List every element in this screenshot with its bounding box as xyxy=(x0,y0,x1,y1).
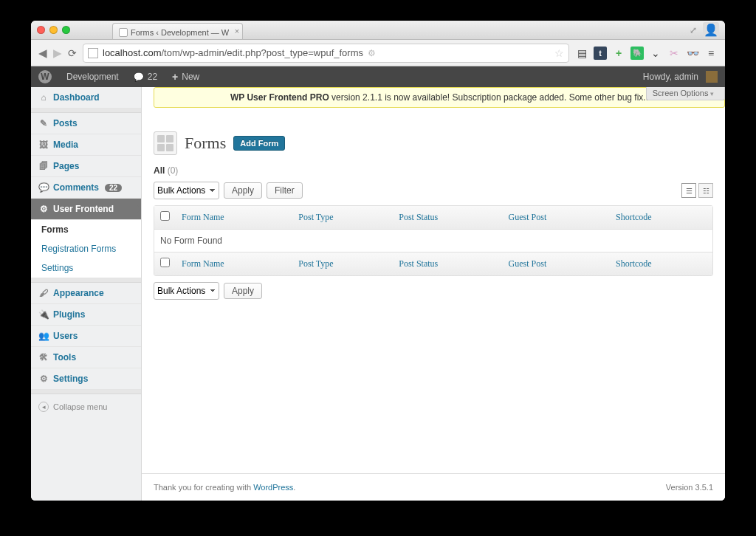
collapse-icon: ◂ xyxy=(38,402,49,412)
col-post-status[interactable]: Post Status xyxy=(393,206,502,230)
back-button[interactable]: ◀ xyxy=(38,47,47,60)
update-notice: WP User Frontend PRO version 2.1.1 is no… xyxy=(154,87,725,108)
ext-icon-evernote[interactable]: 🐘 xyxy=(630,47,644,60)
wp-footer: Thank you for creating with WordPress. V… xyxy=(142,473,725,501)
my-account-menu[interactable]: Howdy, admin xyxy=(636,71,725,83)
select-all-bottom[interactable] xyxy=(160,258,170,267)
collapse-menu[interactable]: ◂Collapse menu xyxy=(31,394,141,419)
submenu-settings[interactable]: Settings xyxy=(31,258,141,278)
page-icon xyxy=(88,48,98,58)
tab-close-icon[interactable]: × xyxy=(235,27,239,35)
window-close-button[interactable] xyxy=(37,26,45,34)
ext-icon-pocket[interactable]: ⌄ xyxy=(649,47,662,60)
ext-icon-goggles[interactable]: 👓 xyxy=(686,47,699,60)
url-text: localhost.com/tom/wp-admin/edit.php?post… xyxy=(103,47,363,58)
submenu-user-frontend: Forms Registration Forms Settings xyxy=(31,220,141,278)
avatar xyxy=(706,71,718,83)
tablenav-top: Bulk Actions Apply Filter ☰ ☷ xyxy=(154,182,713,199)
comments-badge: 22 xyxy=(105,184,122,192)
chrome-profile-icon[interactable]: 👤 xyxy=(703,22,719,38)
expand-icon[interactable]: ⤢ xyxy=(690,25,697,35)
filter-links: All (0) xyxy=(154,165,713,176)
ext-icon-1[interactable]: ▤ xyxy=(575,47,588,60)
appearance-icon: 🖌 xyxy=(38,288,49,298)
ext-icon-plus[interactable]: + xyxy=(612,47,625,60)
filter-all[interactable]: All xyxy=(154,165,165,176)
menu-pages[interactable]: 🗐Pages xyxy=(31,156,141,177)
menu-media[interactable]: 🖼Media xyxy=(31,134,141,156)
site-name-menu[interactable]: Development xyxy=(59,66,126,87)
reload-button[interactable]: ⟳ xyxy=(68,47,77,59)
menu-user-frontend[interactable]: ⚙User Frontend xyxy=(31,199,141,220)
url-action-icon[interactable]: ⚙ xyxy=(368,48,376,58)
bulk-actions-select-top[interactable]: Bulk Actions xyxy=(154,182,219,199)
col-form-name-foot[interactable]: Form Name xyxy=(176,252,292,275)
window-zoom-button[interactable] xyxy=(62,26,70,34)
add-form-button[interactable]: Add Form xyxy=(233,136,285,151)
submenu-forms[interactable]: Forms xyxy=(31,220,141,239)
settings-icon: ⚙ xyxy=(38,374,49,384)
col-guest-post-foot[interactable]: Guest Post xyxy=(503,252,610,275)
col-post-type[interactable]: Post Type xyxy=(292,206,393,230)
menu-dashboard[interactable]: ⌂Dashboard xyxy=(31,87,141,109)
menu-plugins[interactable]: 🔌Plugins xyxy=(31,304,141,326)
gear-icon: ⚙ xyxy=(38,204,49,214)
wordpress-link[interactable]: WordPress xyxy=(253,483,293,492)
chrome-menu-icon[interactable]: ≡ xyxy=(704,47,718,60)
select-all-top[interactable] xyxy=(160,211,170,221)
menu-settings[interactable]: ⚙Settings xyxy=(31,368,141,390)
browser-tab[interactable]: Forms ‹ Development — W × xyxy=(112,23,243,39)
url-bar[interactable]: localhost.com/tom/wp-admin/edit.php?post… xyxy=(83,44,569,63)
ext-icon-tumblr[interactable]: t xyxy=(594,47,607,60)
menu-users[interactable]: 👥Users xyxy=(31,326,141,347)
pin-icon: ✎ xyxy=(38,118,49,128)
ext-icon-scissors[interactable]: ✂ xyxy=(667,47,681,60)
wordpress-logo-icon: W xyxy=(38,70,52,83)
wp-logo-menu[interactable]: W xyxy=(31,66,59,87)
col-shortcode[interactable]: Shortcode xyxy=(610,206,712,230)
plugins-icon: 🔌 xyxy=(38,309,49,320)
filter-button[interactable]: Filter xyxy=(267,182,303,199)
forward-button[interactable]: ▶ xyxy=(53,47,62,60)
plus-icon xyxy=(172,71,178,83)
comments-menu[interactable]: 22 xyxy=(126,66,165,87)
col-post-type-foot[interactable]: Post Type xyxy=(292,252,393,275)
forms-heading-icon xyxy=(154,131,177,155)
browser-titlebar: Forms ‹ Development — W × ⤢ 👤 xyxy=(31,21,725,40)
col-post-status-foot[interactable]: Post Status xyxy=(393,252,502,275)
menu-tools[interactable]: 🛠Tools xyxy=(31,347,141,368)
col-guest-post[interactable]: Guest Post xyxy=(503,206,610,230)
new-content-menu[interactable]: New xyxy=(165,66,207,87)
comment-icon: 💬 xyxy=(38,182,49,193)
apply-button-top[interactable]: Apply xyxy=(224,182,262,199)
view-list-icon[interactable]: ☰ xyxy=(681,183,696,198)
apply-button-bottom[interactable]: Apply xyxy=(224,283,262,299)
wp-version: Version 3.5.1 xyxy=(666,483,713,492)
menu-posts[interactable]: ✎Posts xyxy=(31,113,141,134)
dashboard-icon: ⌂ xyxy=(38,92,49,103)
wp-content: WP User Frontend PRO version 2.1.1 is no… xyxy=(142,87,725,501)
wp-adminbar: W Development 22 New Howdy, admin xyxy=(31,66,725,87)
col-shortcode-foot[interactable]: Shortcode xyxy=(610,252,712,275)
col-form-name[interactable]: Form Name xyxy=(176,206,292,230)
page-title: Forms xyxy=(185,134,226,153)
admin-menu: ⌂Dashboard ✎Posts 🖼Media 🗐Pages 💬Comment… xyxy=(31,87,142,501)
extension-icons: ▤ t + 🐘 ⌄ ✂ 👓 ≡ xyxy=(575,47,718,60)
bookmark-star-icon[interactable]: ☆ xyxy=(554,47,564,59)
browser-window: Forms ‹ Development — W × ⤢ 👤 ◀ ▶ ⟳ loca… xyxy=(31,21,725,501)
pages-icon: 🗐 xyxy=(38,161,49,171)
no-items-row: No Form Found xyxy=(154,230,712,252)
view-excerpt-icon[interactable]: ☷ xyxy=(698,183,713,198)
users-icon: 👥 xyxy=(38,331,49,341)
tools-icon: 🛠 xyxy=(38,352,49,363)
media-icon: 🖼 xyxy=(38,140,49,150)
submenu-registration-forms[interactable]: Registration Forms xyxy=(31,239,141,258)
bulk-actions-select-bottom[interactable]: Bulk Actions xyxy=(154,282,219,300)
page-heading: Forms Add Form xyxy=(154,131,713,155)
wp-body: ⌂Dashboard ✎Posts 🖼Media 🗐Pages 💬Comment… xyxy=(31,87,725,501)
menu-comments[interactable]: 💬Comments22 xyxy=(31,177,141,199)
screen-options-toggle[interactable]: Screen Options xyxy=(646,87,725,100)
window-minimize-button[interactable] xyxy=(49,26,58,34)
menu-appearance[interactable]: 🖌Appearance xyxy=(31,283,141,304)
tab-favicon xyxy=(119,28,128,37)
